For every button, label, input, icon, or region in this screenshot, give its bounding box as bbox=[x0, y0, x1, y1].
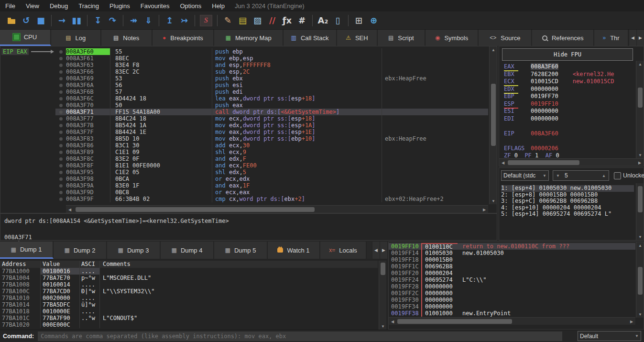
scroll-thumb[interactable] bbox=[76, 207, 315, 212]
scroll-right-arrow-icon[interactable]: ▶ bbox=[628, 318, 635, 325]
menu-item-view[interactable]: View bbox=[21, 0, 44, 11]
disasm-row[interactable]: 008A3F89C1E1 09shl ecx,9 bbox=[55, 149, 488, 155]
dump-tab-scroll-right-button[interactable]: ▶ bbox=[380, 242, 387, 259]
disasm-row[interactable]: 008A3F8F81E1 00FE0000and ecx,FE00 bbox=[55, 162, 488, 169]
breakpoint-dot[interactable] bbox=[55, 75, 66, 82]
dump-tab-dump-2[interactable]: ▦Dump 2 bbox=[54, 242, 107, 259]
disasm-row[interactable]: 008A3F95C1E2 05shl edx,5 bbox=[55, 169, 488, 176]
disasm-row[interactable]: 008A3F778B4C24 18mov ecx,dword ptr ss:[e… bbox=[55, 115, 488, 122]
breakpoint-dot[interactable] bbox=[55, 135, 66, 142]
argument-count-spinner[interactable]: ▼ 5 ▲ bbox=[553, 170, 609, 181]
scroll-right-arrow-icon[interactable]: ▶ bbox=[636, 159, 644, 166]
tab-log[interactable]: ▤Log bbox=[51, 30, 101, 46]
register-row[interactable]: ESI00000000 bbox=[504, 108, 558, 115]
breakpoint-dot[interactable] bbox=[55, 176, 66, 182]
argument-row[interactable]: 4: [esp+10] 00000204 00000204 bbox=[501, 205, 634, 211]
dump-vertical-scrollbar[interactable]: ▼ bbox=[379, 261, 386, 330]
dump-row[interactable]: 77BA101C77BA7F90..°wL"CONOUT$" bbox=[0, 315, 378, 321]
dump-tab-scroll-left-button[interactable]: ◀ bbox=[372, 242, 380, 259]
disasm-row[interactable]: 008A3F838B5D 10mov ebx,dword ptr ss:[ebp… bbox=[55, 135, 488, 142]
scroll-up-arrow-icon[interactable]: ▲ bbox=[636, 61, 644, 67]
spinner-up-icon[interactable]: ▲ bbox=[602, 174, 606, 178]
command-input[interactable] bbox=[38, 331, 562, 341]
register-row[interactable]: EDI00000000 bbox=[504, 115, 558, 122]
argument-row[interactable]: 5: [esp+14] 00695274 00695274 L" bbox=[501, 211, 634, 218]
dump-column-header[interactable]: ASCI bbox=[79, 261, 99, 268]
disasm-row[interactable]: 008A3F618BECmov ebp,esp bbox=[55, 55, 488, 62]
stack-row[interactable]: 0019FF3000000000 bbox=[389, 297, 635, 303]
disasm-row[interactable]: 008A3F7F8B4424 1Emov eax,dword ptr ss:[e… bbox=[55, 129, 488, 135]
dump-row[interactable]: 77BA100C77BA7CD0Ð|°wL"\\SYSTEM32\\" bbox=[0, 288, 378, 295]
scroll-thumb[interactable] bbox=[491, 84, 496, 146]
unlocked-checkbox[interactable] bbox=[614, 172, 621, 179]
menu-item-file[interactable]: File bbox=[0, 0, 21, 11]
disasm-row[interactable]: 008A3F6383E4 F8and esp,FFFFFFF8 bbox=[55, 62, 488, 68]
registers-vertical-scrollbar[interactable]: ▲ ▼ bbox=[636, 61, 644, 158]
patch-button[interactable]: ▯ bbox=[330, 13, 345, 28]
calculator-button[interactable]: ⊞ bbox=[351, 13, 366, 28]
disasm-vertical-scrollbar[interactable]: ▲ ▼ bbox=[489, 46, 497, 204]
dump-row[interactable]: 77BA100477BA7E70p~°wL"MSCOREE.DLL" bbox=[0, 275, 378, 281]
register-value[interactable]: 00000000 bbox=[531, 86, 558, 92]
dump-row[interactable]: 77BA10180010000E.... bbox=[0, 308, 378, 315]
scroll-left-arrow-icon[interactable]: ◀ bbox=[499, 159, 507, 166]
tab-breakpoints[interactable]: ●Breakpoints bbox=[153, 30, 215, 46]
scroll-thumb[interactable] bbox=[638, 186, 643, 212]
stack-row[interactable]: 0019FF100100110Creturn to new.0100110C f… bbox=[389, 243, 635, 250]
scroll-down-arrow-icon[interactable]: ▼ bbox=[636, 311, 644, 318]
breakpoint-dot[interactable] bbox=[55, 95, 66, 102]
tab-call-stack[interactable]: ▥Call Stack bbox=[284, 30, 337, 46]
dump-tab-dump-1[interactable]: ▦Dump 1 bbox=[0, 242, 54, 259]
stop-button[interactable]: ■ bbox=[33, 13, 48, 28]
disasm-row[interactable]: 008A3F8C83E2 0Fand edx,F bbox=[55, 155, 488, 162]
spinner-down-icon[interactable]: ▼ bbox=[556, 174, 560, 178]
tab-cpu[interactable]: CPU bbox=[0, 30, 51, 46]
register-value[interactable]: 008A3F60 bbox=[531, 130, 558, 137]
scroll-left-arrow-icon[interactable]: ◀ bbox=[389, 318, 396, 325]
register-row[interactable]: ESP0019FF10 bbox=[504, 100, 558, 108]
disasm-row[interactable]: 008A3F6C8D4424 18lea eax,dword ptr ss:[e… bbox=[55, 95, 488, 102]
disasm-row[interactable]: 008A3F6953push ebxebx:HeapFree bbox=[55, 75, 488, 82]
breakpoint-dot[interactable] bbox=[55, 189, 66, 196]
disasm-row[interactable]: 008A3F6683EC 2Csub esp,2C bbox=[55, 68, 488, 75]
scroll-down-arrow-icon[interactable]: ▼ bbox=[379, 323, 387, 330]
disasm-row[interactable]: 008A3F8683C1 30add ecx,30 bbox=[55, 142, 488, 149]
argument-row[interactable]: 3: [esp+C] 006962B8 006962B8 bbox=[501, 198, 634, 205]
dump-column-header[interactable]: Comments bbox=[99, 261, 378, 268]
breakpoint-dot[interactable] bbox=[55, 196, 66, 202]
stack-row[interactable]: 0019FF1C006962B8 bbox=[389, 263, 635, 270]
stack-row[interactable]: 0019FF3400000000 bbox=[389, 303, 635, 310]
breakpoint-dot[interactable] bbox=[55, 109, 66, 115]
disasm-row[interactable]: 008A3F9D0BC8or ecx,eax bbox=[55, 189, 488, 196]
stack-row[interactable]: 0019FF2400695274L"C:\\" bbox=[389, 276, 635, 283]
scroll-thumb[interactable] bbox=[638, 88, 643, 108]
restart-button[interactable]: ↺ bbox=[19, 13, 33, 28]
menu-item-plugins[interactable]: Plugins bbox=[104, 0, 135, 11]
scroll-thumb[interactable] bbox=[381, 263, 385, 275]
hide-fpu-button[interactable]: Hide FPU bbox=[502, 48, 633, 61]
scroll-down-arrow-icon[interactable]: ▼ bbox=[636, 152, 644, 158]
dump-row[interactable]: 77BA100000180016.... bbox=[0, 268, 378, 275]
disasm-row[interactable]: 008A3F6B57push edi bbox=[55, 88, 488, 95]
argument-row[interactable]: 2: [esp+8] 000015B0 000015B0 bbox=[501, 192, 634, 199]
function-button[interactable]: ƒx bbox=[280, 13, 295, 28]
register-value[interactable]: 00000206 bbox=[531, 145, 558, 152]
stack-row[interactable]: 0019FF3801001000new.EntryPoint bbox=[389, 310, 635, 317]
stack-horizontal-scrollbar[interactable]: ◀ ▶ bbox=[389, 317, 635, 325]
register-row[interactable]: EAX008A3F60 bbox=[504, 63, 558, 70]
breakpoint-dot[interactable] bbox=[55, 68, 66, 75]
dump-row[interactable]: 77BA101000020000.... bbox=[0, 295, 378, 301]
breakpoint-dot[interactable] bbox=[55, 142, 66, 149]
scroll-thumb[interactable] bbox=[397, 319, 512, 324]
disasm-row[interactable]: 008A3F71FF15 54A18A00call dword ptr ds:[… bbox=[55, 109, 488, 115]
calling-convention-select[interactable]: Default (stdc ▼ bbox=[501, 170, 549, 181]
breakpoint-dot[interactable] bbox=[55, 88, 66, 95]
register-row[interactable]: EBX7628E200<kernel32.He bbox=[504, 71, 614, 78]
breakpoint-dot[interactable] bbox=[55, 115, 66, 122]
text-size-button[interactable]: A₂ bbox=[316, 13, 330, 28]
breakpoint-dot[interactable] bbox=[55, 162, 66, 169]
breakpoint-dot[interactable] bbox=[55, 55, 66, 62]
disasm-row[interactable]: 008A3F6A56push esi bbox=[55, 82, 488, 88]
breakpoint-dot[interactable] bbox=[55, 62, 66, 68]
animate-into-button[interactable]: ↣ bbox=[177, 13, 192, 28]
